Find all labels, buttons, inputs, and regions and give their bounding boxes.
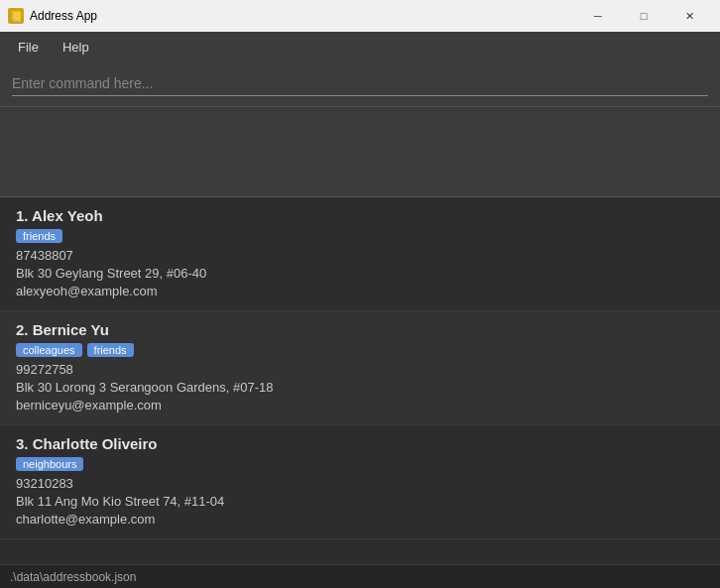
contact-address: Blk 11 Ang Mo Kio Street 74, #11-04 — [16, 494, 704, 509]
close-button[interactable]: ✕ — [666, 0, 712, 32]
contact-address: Blk 30 Geylang Street 29, #06-40 — [16, 266, 704, 281]
status-path: .\data\addressbook.json — [10, 570, 136, 584]
contact-name: 3. Charlotte Oliveiro — [16, 435, 704, 452]
minimize-button[interactable]: ─ — [575, 0, 621, 32]
contact-card[interactable]: 1. Alex Yeohfriends87438807Blk 30 Geylan… — [0, 197, 720, 311]
contact-address: Blk 30 Lorong 3 Serangoon Gardens, #07-1… — [16, 380, 704, 395]
menu-file[interactable]: File — [8, 36, 49, 59]
contact-card[interactable]: 2. Bernice Yucolleaguesfriends99272758Bl… — [0, 311, 720, 425]
title-bar: 📒 Address App ─ □ ✕ — [0, 0, 720, 32]
maximize-button[interactable]: □ — [621, 0, 666, 32]
contact-email: berniceyu@example.com — [16, 398, 704, 412]
tag-colleagues: colleagues — [16, 343, 82, 357]
app-icon: 📒 — [8, 8, 24, 24]
tag-friends: friends — [16, 229, 62, 243]
menu-bar: File Help — [0, 32, 720, 61]
command-area — [0, 61, 720, 107]
contact-name: 1. Alex Yeoh — [16, 207, 704, 224]
contact-phone: 99272758 — [16, 362, 704, 377]
contact-email: alexyeoh@example.com — [16, 284, 704, 298]
command-input[interactable] — [12, 71, 708, 96]
window-controls: ─ □ ✕ — [575, 0, 712, 32]
contact-list[interactable]: 1. Alex Yeohfriends87438807Blk 30 Geylan… — [0, 197, 720, 564]
status-bar: .\data\addressbook.json — [0, 564, 720, 588]
contact-email: charlotte@example.com — [16, 512, 704, 527]
contact-phone: 87438807 — [16, 248, 704, 263]
contact-card[interactable]: 3. Charlotte Oliveironeighbours93210283B… — [0, 425, 720, 539]
menu-help[interactable]: Help — [53, 36, 99, 59]
tag-neighbours: neighbours — [16, 457, 83, 471]
contact-tags: friends — [16, 229, 704, 243]
contact-tags: neighbours — [16, 457, 704, 471]
contact-tags: colleaguesfriends — [16, 343, 704, 357]
output-area — [0, 107, 720, 196]
contact-name: 2. Bernice Yu — [16, 321, 704, 338]
title-text: Address App — [30, 9, 569, 23]
contact-phone: 93210283 — [16, 476, 704, 491]
tag-friends: friends — [87, 343, 134, 357]
